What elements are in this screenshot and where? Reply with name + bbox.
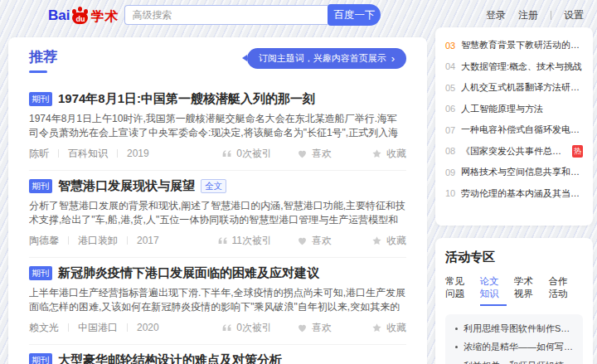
cited-count[interactable]: 0次被引 <box>221 147 272 161</box>
like-button[interactable]: 喜欢 <box>297 147 332 161</box>
rank-number: 05 <box>445 83 461 93</box>
rank-item[interactable]: 07 一种电容补偿式自循环发电系统 <box>435 119 593 141</box>
quote-icon <box>217 235 228 246</box>
baidu-scholar-logo[interactable]: Bai du 学术 <box>48 7 119 24</box>
activity-item[interactable]: 利益相关，和师兄师姐搞好关系重... <box>452 357 576 364</box>
favorite-button[interactable]: 收藏 <box>371 321 406 335</box>
article-year: 2017 <box>137 235 159 246</box>
rank-number: 04 <box>445 61 461 71</box>
links-divider <box>551 11 551 20</box>
article-title-link[interactable]: 智慧港口发展现状与展望 <box>58 178 195 194</box>
article-source[interactable]: 港口装卸 <box>78 234 118 248</box>
rank-number: 06 <box>445 104 461 114</box>
article-author[interactable]: 赖文光 <box>29 321 59 335</box>
rank-number: 03 <box>445 41 461 51</box>
favorite-button[interactable]: 收藏 <box>371 147 406 161</box>
journal-badge: 期刊 <box>29 353 52 364</box>
section-title-underline <box>29 70 47 73</box>
journal-badge: 期刊 <box>29 266 52 280</box>
logo-du-text: du <box>71 15 89 23</box>
heart-icon <box>297 235 308 246</box>
article-title-link[interactable]: 1974年8月1日:中国第一艘核潜艇入列的那一刻 <box>58 91 315 107</box>
chevron-right-icon: › <box>391 48 395 69</box>
recommend-feed-card: 推荐 订阅主题词，兴趣内容首页展示 › 期刊 1974年8月1日:中国第一艘核潜… <box>8 37 427 364</box>
article-source[interactable]: 中国港口 <box>78 321 118 335</box>
hot-badge: 热 <box>572 145 583 158</box>
article-source[interactable]: 百科知识 <box>68 147 108 161</box>
star-icon <box>371 323 382 333</box>
cited-count[interactable]: 11次被引 <box>217 234 272 248</box>
search-box: 百度一下 <box>124 4 381 26</box>
article-title-link[interactable]: 新冠肺炎疫情下港口发展面临的困难及应对建议 <box>58 265 319 281</box>
activity-panel: 利用思维导图软件制作SCI写作模板... 浓缩的是精华——如何写好SCI论文..… <box>445 314 583 364</box>
rank-item[interactable]: 05 人机交互式机器翻译方法研究与... <box>435 77 593 99</box>
meta-divider <box>127 323 128 332</box>
article-year: 2020 <box>137 322 159 333</box>
article-year: 2019 <box>127 148 149 159</box>
article-abstract: 分析了智慧港口发展的背景和现状,阐述了智慧港口的内涵,智慧港口功能,主要特征和技… <box>29 199 406 227</box>
star-icon <box>371 148 382 159</box>
article-card: 期刊 智慧港口发展现状与展望 全文 分析了智慧港口发展的背景和现状,阐述了智慧港… <box>29 171 406 258</box>
top-links: 登录 注册 设置 <box>473 0 584 30</box>
meta-divider <box>58 149 59 158</box>
article-card: 期刊 新冠肺炎疫情下港口发展面临的困难及应对建议 上半年港口生产经营指标普遍出现… <box>29 258 406 345</box>
activity-zone-card: 活动专区 常见问题 论文知识 学术视界 合作活动 利用思维导图软件制作SCI写作… <box>435 238 593 364</box>
logo-xueshu-text: 学术 <box>90 8 119 24</box>
journal-badge: 期刊 <box>29 92 52 106</box>
fulltext-badge[interactable]: 全文 <box>201 179 226 193</box>
journal-badge: 期刊 <box>29 179 52 193</box>
quote-icon <box>221 323 232 333</box>
rank-item[interactable]: 08 《国家突发公共事件总体应急预... 热 <box>435 141 593 163</box>
article-author[interactable]: 陈昕 <box>29 147 49 161</box>
activity-zone-title: 活动专区 <box>445 250 583 265</box>
logo-bai-text: Bai <box>48 7 70 24</box>
meta-divider <box>68 323 69 332</box>
activity-tabs: 常见问题 论文知识 学术视界 合作活动 <box>445 275 583 306</box>
tab-academic-vision[interactable]: 学术视界 <box>514 275 541 306</box>
article-abstract: 1974年8月1日上午10时许,我国第一艘核潜艇交艇命名大会在东北某造船厂举行.… <box>29 112 406 140</box>
article-abstract: 上半年港口生产经营指标普遍出现下滑.下半年,全球疫情的拐点尚未可知,港口生产发展… <box>29 286 406 314</box>
search-input[interactable] <box>124 5 328 25</box>
article-card: 期刊 1974年8月1日:中国第一艘核潜艇入列的那一刻 1974年8月1日上午1… <box>29 84 406 171</box>
baidu-paw-icon: du <box>71 7 89 24</box>
rank-item[interactable]: 03 智慧教育背景下教研活动的有效... <box>435 35 593 56</box>
article-title-link[interactable]: 大型豪华邮轮结构设计的难点及对策分析 <box>58 352 282 364</box>
subscribe-banner-text: 订阅主题词，兴趣内容首页展示 <box>259 48 386 69</box>
settings-link[interactable]: 设置 <box>564 8 584 22</box>
bullet-icon <box>455 346 458 348</box>
meta-divider <box>68 236 69 245</box>
article-author[interactable]: 陶德馨 <box>29 234 59 248</box>
rank-number: 10 <box>445 188 461 198</box>
like-button[interactable]: 喜欢 <box>297 321 332 335</box>
register-link[interactable]: 注册 <box>518 8 538 22</box>
activity-item[interactable]: 利用思维导图软件制作SCI写作模板... <box>452 319 576 338</box>
star-icon <box>371 235 382 246</box>
top-bar: Bai du 学术 百度一下 登录 注册 设置 <box>0 0 597 30</box>
hot-ranking-card: 03 智慧教育背景下教研活动的有效... 04 大数据管理:概念、技术与挑战 0… <box>435 27 593 226</box>
quote-icon <box>221 148 232 159</box>
heart-icon <box>297 148 308 159</box>
rank-item[interactable]: 06 人工智能原理与方法 <box>435 99 593 120</box>
heart-icon <box>297 323 308 333</box>
rank-item[interactable]: 10 劳动伦理的基本内涵及其当代形态 <box>435 183 593 205</box>
tab-faq[interactable]: 常见问题 <box>445 275 473 306</box>
rank-number: 08 <box>445 146 461 156</box>
section-title: 推荐 <box>29 47 57 66</box>
subscribe-topics-banner[interactable]: 订阅主题词，兴趣内容首页展示 › <box>247 48 406 69</box>
rank-item[interactable]: 04 大数据管理:概念、技术与挑战 <box>435 56 593 78</box>
login-link[interactable]: 登录 <box>486 8 506 22</box>
rank-number: 09 <box>445 167 461 177</box>
meta-divider <box>127 236 128 245</box>
search-button[interactable]: 百度一下 <box>328 4 381 26</box>
like-button[interactable]: 喜欢 <box>297 234 332 248</box>
cited-count[interactable]: 0次被引 <box>221 321 272 335</box>
rank-item[interactable]: 09 网格技术与空间信息共享和服务 <box>435 162 593 183</box>
activity-item[interactable]: 浓缩的是精华——如何写好SCI论文... <box>452 338 576 357</box>
bullet-icon <box>455 328 458 330</box>
favorite-button[interactable]: 收藏 <box>371 234 406 248</box>
tab-cooperation[interactable]: 合作活动 <box>549 275 576 306</box>
section-head: 推荐 订阅主题词，兴趣内容首页展示 › <box>29 37 406 84</box>
rank-number: 07 <box>445 125 461 135</box>
tab-paper-knowledge[interactable]: 论文知识 <box>480 275 507 306</box>
article-card: 期刊 大型豪华邮轮结构设计的难点及对策分析 简述大型豪华邮轮的结构特点,介绍其特… <box>29 345 406 364</box>
